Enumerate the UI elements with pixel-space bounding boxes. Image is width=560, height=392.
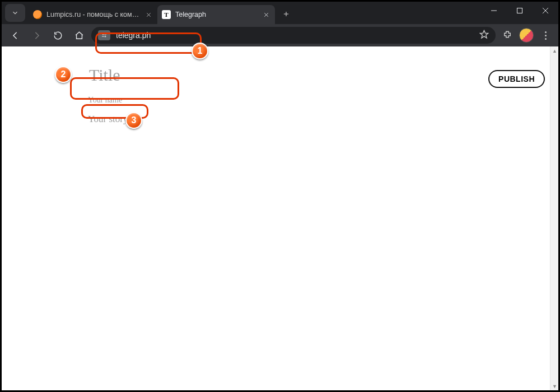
publish-button[interactable]: PUBLISH xyxy=(488,70,545,88)
address-bar[interactable]: telegra.ph xyxy=(91,27,496,44)
window-titlebar: Lumpics.ru - помощь с компью T Telegraph xyxy=(2,2,558,24)
site-settings-icon[interactable] xyxy=(98,30,110,40)
title-input[interactable] xyxy=(86,63,399,87)
tab-close-button[interactable] xyxy=(262,10,270,19)
profile-avatar[interactable] xyxy=(519,28,534,43)
window-minimize-button[interactable] xyxy=(481,2,507,20)
tab-lumpics[interactable]: Lumpics.ru - помощь с компью xyxy=(29,5,157,24)
author-name-input[interactable] xyxy=(86,95,186,106)
scrollbar[interactable]: ▲ ▼ xyxy=(550,46,558,390)
svg-point-10 xyxy=(102,34,104,35)
reload-button[interactable] xyxy=(49,26,67,44)
browser-menu-button[interactable] xyxy=(537,27,554,44)
back-button[interactable] xyxy=(6,26,24,44)
home-button[interactable] xyxy=(70,26,88,44)
tab-title: Lumpics.ru - помощь с компью xyxy=(46,11,140,18)
page-content: Your story... PUBLISH ▲ ▼ xyxy=(2,46,558,390)
new-tab-button[interactable] xyxy=(278,6,294,22)
tab-title: Telegraph xyxy=(175,11,257,18)
svg-marker-14 xyxy=(480,30,488,38)
scroll-down-icon[interactable]: ▼ xyxy=(550,382,559,390)
search-tabs-button[interactable] xyxy=(5,4,25,22)
tab-telegraph[interactable]: T Telegraph xyxy=(157,5,275,24)
window-close-button[interactable] xyxy=(533,2,558,20)
favicon-telegraph-icon: T xyxy=(162,10,171,19)
telegraph-editor: Your story... xyxy=(86,63,399,125)
url-text: telegra.ph xyxy=(116,31,151,40)
story-input[interactable]: Your story... xyxy=(86,114,399,125)
window-controls xyxy=(481,2,558,24)
bookmark-star-icon[interactable] xyxy=(479,30,489,41)
window-maximize-button[interactable] xyxy=(507,2,533,20)
svg-point-12 xyxy=(105,36,106,37)
favicon-lumpics-icon xyxy=(33,10,42,19)
tab-close-button[interactable] xyxy=(144,10,153,19)
browser-toolbar: telegra.ph xyxy=(2,24,558,46)
extensions-button[interactable] xyxy=(499,27,516,44)
forward-button[interactable] xyxy=(27,26,45,44)
svg-rect-7 xyxy=(517,8,522,13)
scroll-up-icon[interactable]: ▲ xyxy=(550,46,559,55)
